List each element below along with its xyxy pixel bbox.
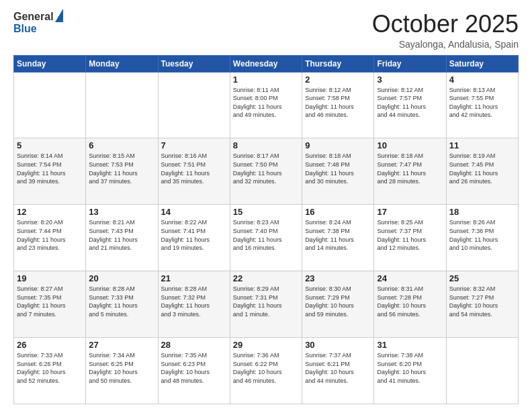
day-info: Sunrise: 8:11 AM Sunset: 8:00 PM Dayligh… [233, 86, 299, 120]
day-header-sunday: Sunday [14, 55, 86, 72]
day-cell: 18Sunrise: 8:26 AM Sunset: 7:36 PM Dayli… [446, 205, 518, 271]
day-info: Sunrise: 8:25 AM Sunset: 7:37 PM Dayligh… [377, 218, 443, 252]
day-number: 23 [305, 273, 371, 283]
day-cell: 23Sunrise: 8:30 AM Sunset: 7:29 PM Dayli… [302, 271, 374, 338]
location: Sayalonga, Andalusia, Spain [372, 39, 519, 50]
day-cell: 30Sunrise: 7:37 AM Sunset: 6:21 PM Dayli… [302, 338, 374, 404]
day-cell: 5Sunrise: 8:14 AM Sunset: 7:54 PM Daylig… [14, 138, 86, 205]
day-number: 12 [17, 207, 83, 217]
day-cell: 16Sunrise: 8:24 AM Sunset: 7:38 PM Dayli… [302, 205, 374, 271]
day-number: 21 [161, 273, 227, 283]
day-number: 30 [305, 340, 371, 350]
day-header-monday: Monday [86, 55, 158, 72]
title-area: October 2025 Sayalonga, Andalusia, Spain [372, 11, 519, 50]
day-info: Sunrise: 8:30 AM Sunset: 7:29 PM Dayligh… [305, 285, 371, 318]
day-number: 27 [89, 340, 154, 350]
day-info: Sunrise: 8:20 AM Sunset: 7:44 PM Dayligh… [17, 218, 83, 252]
day-number: 7 [161, 140, 227, 150]
day-header-thursday: Thursday [302, 55, 374, 72]
day-number: 2 [305, 75, 371, 85]
day-info: Sunrise: 8:21 AM Sunset: 7:43 PM Dayligh… [89, 218, 154, 252]
day-cell: 24Sunrise: 8:31 AM Sunset: 7:28 PM Dayli… [374, 271, 446, 338]
day-number: 11 [449, 140, 515, 150]
day-info: Sunrise: 8:29 AM Sunset: 7:31 PM Dayligh… [233, 285, 299, 318]
day-header-wednesday: Wednesday [230, 55, 302, 72]
day-cell: 1Sunrise: 8:11 AM Sunset: 8:00 PM Daylig… [230, 72, 302, 138]
day-number: 26 [17, 340, 83, 350]
day-info: Sunrise: 8:28 AM Sunset: 7:32 PM Dayligh… [161, 285, 227, 318]
day-cell: 26Sunrise: 7:33 AM Sunset: 6:26 PM Dayli… [14, 338, 86, 404]
day-info: Sunrise: 7:35 AM Sunset: 6:23 PM Dayligh… [161, 351, 227, 385]
day-info: Sunrise: 8:28 AM Sunset: 7:33 PM Dayligh… [89, 285, 154, 318]
day-info: Sunrise: 7:33 AM Sunset: 6:26 PM Dayligh… [17, 351, 83, 385]
day-cell: 13Sunrise: 8:21 AM Sunset: 7:43 PM Dayli… [86, 205, 158, 271]
day-number: 29 [233, 340, 299, 350]
day-number: 1 [233, 75, 299, 85]
day-info: Sunrise: 8:23 AM Sunset: 7:40 PM Dayligh… [233, 218, 299, 252]
logo-blue-text: Blue [13, 23, 37, 35]
day-info: Sunrise: 7:36 AM Sunset: 6:22 PM Dayligh… [233, 351, 299, 385]
week-row-4: 19Sunrise: 8:27 AM Sunset: 7:35 PM Dayli… [14, 271, 519, 338]
day-cell [446, 338, 518, 404]
day-number: 28 [161, 340, 227, 350]
day-number: 8 [233, 140, 299, 150]
day-number: 20 [89, 273, 154, 283]
week-row-5: 26Sunrise: 7:33 AM Sunset: 6:26 PM Dayli… [14, 338, 519, 404]
day-cell: 8Sunrise: 8:17 AM Sunset: 7:50 PM Daylig… [230, 138, 302, 205]
day-cell: 28Sunrise: 7:35 AM Sunset: 6:23 PM Dayli… [158, 338, 230, 404]
day-cell: 19Sunrise: 8:27 AM Sunset: 7:35 PM Dayli… [14, 271, 86, 338]
day-cell [158, 72, 230, 138]
day-info: Sunrise: 7:37 AM Sunset: 6:21 PM Dayligh… [305, 351, 371, 385]
day-cell: 20Sunrise: 8:28 AM Sunset: 7:33 PM Dayli… [86, 271, 158, 338]
day-cell: 12Sunrise: 8:20 AM Sunset: 7:44 PM Dayli… [14, 205, 86, 271]
day-info: Sunrise: 8:12 AM Sunset: 7:57 PM Dayligh… [377, 86, 443, 120]
day-info: Sunrise: 8:22 AM Sunset: 7:41 PM Dayligh… [161, 218, 227, 252]
day-cell: 25Sunrise: 8:32 AM Sunset: 7:27 PM Dayli… [446, 271, 518, 338]
day-cell: 10Sunrise: 8:18 AM Sunset: 7:47 PM Dayli… [374, 138, 446, 205]
day-cell: 4Sunrise: 8:13 AM Sunset: 7:55 PM Daylig… [446, 72, 518, 138]
day-cell: 22Sunrise: 8:29 AM Sunset: 7:31 PM Dayli… [230, 271, 302, 338]
day-cell: 3Sunrise: 8:12 AM Sunset: 7:57 PM Daylig… [374, 72, 446, 138]
day-number: 16 [305, 207, 371, 217]
day-number: 5 [17, 140, 83, 150]
day-cell: 14Sunrise: 8:22 AM Sunset: 7:41 PM Dayli… [158, 205, 230, 271]
day-headers-row: SundayMondayTuesdayWednesdayThursdayFrid… [14, 55, 519, 72]
day-info: Sunrise: 7:38 AM Sunset: 6:20 PM Dayligh… [377, 351, 443, 385]
day-cell: 7Sunrise: 8:16 AM Sunset: 7:51 PM Daylig… [158, 138, 230, 205]
day-number: 10 [377, 140, 443, 150]
day-cell: 15Sunrise: 8:23 AM Sunset: 7:40 PM Dayli… [230, 205, 302, 271]
day-info: Sunrise: 8:19 AM Sunset: 7:45 PM Dayligh… [449, 152, 515, 185]
day-cell: 6Sunrise: 8:15 AM Sunset: 7:53 PM Daylig… [86, 138, 158, 205]
day-number: 18 [449, 207, 515, 217]
day-number: 6 [89, 140, 154, 150]
day-number: 13 [89, 207, 154, 217]
week-row-3: 12Sunrise: 8:20 AM Sunset: 7:44 PM Dayli… [14, 205, 519, 271]
day-info: Sunrise: 8:31 AM Sunset: 7:28 PM Dayligh… [377, 285, 443, 318]
day-cell: 11Sunrise: 8:19 AM Sunset: 7:45 PM Dayli… [446, 138, 518, 205]
day-number: 15 [233, 207, 299, 217]
day-info: Sunrise: 8:24 AM Sunset: 7:38 PM Dayligh… [305, 218, 371, 252]
day-number: 4 [449, 75, 515, 85]
day-header-tuesday: Tuesday [158, 55, 230, 72]
calendar-page: General Blue October 2025 Sayalonga, And… [0, 0, 532, 411]
day-cell [14, 72, 86, 138]
day-cell: 17Sunrise: 8:25 AM Sunset: 7:37 PM Dayli… [374, 205, 446, 271]
day-number: 9 [305, 140, 371, 150]
day-info: Sunrise: 8:15 AM Sunset: 7:53 PM Dayligh… [89, 152, 154, 185]
day-info: Sunrise: 8:26 AM Sunset: 7:36 PM Dayligh… [449, 218, 515, 252]
day-cell: 2Sunrise: 8:12 AM Sunset: 7:58 PM Daylig… [302, 72, 374, 138]
day-header-saturday: Saturday [446, 55, 518, 72]
day-number: 17 [377, 207, 443, 217]
day-number: 3 [377, 75, 443, 85]
day-cell: 31Sunrise: 7:38 AM Sunset: 6:20 PM Dayli… [374, 338, 446, 404]
day-cell: 29Sunrise: 7:36 AM Sunset: 6:22 PM Dayli… [230, 338, 302, 404]
day-info: Sunrise: 8:14 AM Sunset: 7:54 PM Dayligh… [17, 152, 83, 185]
day-number: 24 [377, 273, 443, 283]
day-info: Sunrise: 7:34 AM Sunset: 6:25 PM Dayligh… [89, 351, 154, 385]
day-cell: 9Sunrise: 8:18 AM Sunset: 7:48 PM Daylig… [302, 138, 374, 205]
logo-triangle-icon [55, 9, 63, 22]
day-cell [86, 72, 158, 138]
week-row-1: 1Sunrise: 8:11 AM Sunset: 8:00 PM Daylig… [14, 72, 519, 138]
day-info: Sunrise: 8:13 AM Sunset: 7:55 PM Dayligh… [449, 86, 515, 120]
day-number: 25 [449, 273, 515, 283]
